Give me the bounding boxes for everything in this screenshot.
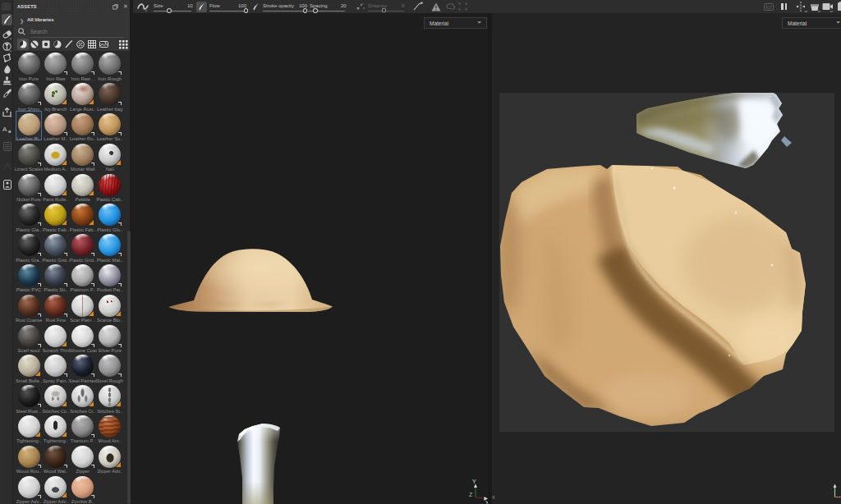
- svg-text:Z: Z: [469, 492, 473, 497]
- svg-text:x: x: [492, 494, 495, 500]
- svg-text:Y: Y: [472, 479, 476, 484]
- svg-text:A: A: [2, 126, 7, 133]
- svg-text:ko: ko: [765, 4, 772, 10]
